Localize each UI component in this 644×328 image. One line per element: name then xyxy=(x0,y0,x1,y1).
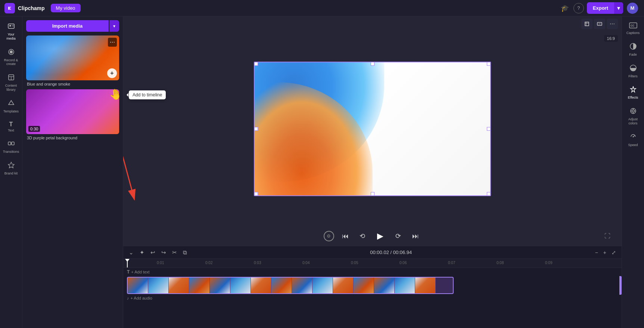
media-add-button-smoke[interactable]: + xyxy=(107,68,117,78)
track-frame-7 xyxy=(251,278,271,293)
project-name-button[interactable]: My video xyxy=(51,4,81,12)
svg-marker-10 xyxy=(9,100,14,105)
canvas-handle-mt[interactable] xyxy=(371,62,374,66)
sidebar-label-brand: Brand kit xyxy=(4,171,18,176)
effects-icon xyxy=(629,86,637,95)
right-sidebar-item-filters[interactable]: Filters xyxy=(623,61,643,81)
skip-forward-button[interactable]: ⏭ xyxy=(410,230,421,242)
track-frame-11 xyxy=(333,278,354,293)
export-button[interactable]: Export xyxy=(587,3,614,13)
sidebar-label-content: Content library xyxy=(3,84,19,92)
canvas-handle-mr[interactable] xyxy=(487,127,491,131)
ruler-mark-8: 0:08 xyxy=(497,261,504,265)
import-media-button[interactable]: Import media xyxy=(26,20,109,32)
preview-controls: ⚙ ⏮ ⟲ ▶ ⟳ ⏭ ⛶ xyxy=(123,226,622,246)
export-dropdown-button[interactable]: ▾ xyxy=(614,2,623,14)
settings-control-button[interactable]: ⚙ xyxy=(324,231,334,241)
left-sidebar: Your media Record & create Content libra… xyxy=(0,16,22,328)
collapse-timeline-button[interactable]: ⌄ xyxy=(127,248,136,257)
fullscreen-button[interactable]: ⛶ xyxy=(604,233,610,239)
redo-button[interactable]: ↪ xyxy=(159,248,168,257)
media-more-button-smoke[interactable]: ⋯ xyxy=(108,38,117,47)
captions-icon: CC xyxy=(629,22,637,30)
magic-tool-button[interactable]: ✦ xyxy=(138,248,146,257)
media-grid: ⋯ + Blue and orange smoke 0:30 3D purple… xyxy=(26,35,119,140)
app-icon xyxy=(4,3,15,13)
media-panel: Import media ▾ ⋯ + Blue and orange smoke… xyxy=(22,16,123,328)
media-label-smoke: Blue and orange smoke xyxy=(26,82,119,86)
skip-back-button[interactable]: ⏮ xyxy=(339,230,351,242)
filters-label: Filters xyxy=(628,74,638,78)
media-item-smoke[interactable]: ⋯ + Blue and orange smoke xyxy=(26,35,119,86)
preview-area: ⋯ 16:9 xyxy=(123,16,622,246)
zoom-in-button[interactable]: + xyxy=(601,248,608,257)
sidebar-item-transitions[interactable]: Transitions xyxy=(1,137,21,157)
track-frame-5 xyxy=(210,278,230,293)
canvas-handle-mb[interactable] xyxy=(371,192,374,196)
user-avatar[interactable]: M xyxy=(627,3,638,14)
transitions-icon xyxy=(7,140,15,149)
right-sidebar-item-adjust-colors[interactable]: Adjust colors xyxy=(623,104,643,129)
ruler-mark-4: 0:04 xyxy=(302,261,309,265)
track-frame-4 xyxy=(189,278,210,293)
app-name: Clipchamp xyxy=(18,5,45,11)
canvas-handle-tl[interactable] xyxy=(254,62,258,66)
text-icon: T xyxy=(9,121,13,128)
add-to-timeline-tooltip: Add to timeline xyxy=(129,90,166,99)
sidebar-item-brand-kit[interactable]: Brand kit xyxy=(1,158,21,179)
import-button-row: Import media ▾ xyxy=(26,20,119,32)
add-audio-label[interactable]: + Add audio xyxy=(131,296,152,300)
track-frame-6 xyxy=(230,278,251,293)
rewind-button[interactable]: ⟲ xyxy=(357,230,368,242)
right-sidebar-item-fade[interactable]: Fade xyxy=(623,40,643,60)
sidebar-item-record-create[interactable]: Record & create xyxy=(1,45,21,69)
canvas-handle-bl[interactable] xyxy=(254,192,258,196)
forward-button[interactable]: ⟳ xyxy=(392,230,404,242)
sidebar-item-content-library[interactable]: Content library xyxy=(1,71,21,95)
duplicate-button[interactable]: ⧉ xyxy=(181,248,189,257)
add-text-label[interactable]: + Add text xyxy=(131,270,149,274)
track-frame-12 xyxy=(354,278,374,293)
add-text-row: T + Add text xyxy=(123,268,622,276)
more-tool-button[interactable]: ⋯ xyxy=(607,19,618,29)
svg-rect-2 xyxy=(9,25,11,27)
undo-button[interactable]: ↩ xyxy=(149,248,157,257)
timeline-toolbar: ⌄ ✦ ↩ ↪ ✂ ⧉ 00:00.02 / 00:06.94 − + ⤢ xyxy=(123,246,622,259)
sidebar-item-text[interactable]: T Text xyxy=(1,118,21,136)
fit-timeline-button[interactable]: ⤢ xyxy=(610,248,618,257)
speed-icon xyxy=(629,133,637,142)
track-frame-9 xyxy=(292,278,312,293)
zoom-out-button[interactable]: − xyxy=(593,248,600,257)
video-track-row xyxy=(123,276,622,295)
crop-tool-button[interactable] xyxy=(581,19,592,29)
smoke-background xyxy=(255,62,490,195)
timeline-timecode: 00:00.02 / 00:06.94 xyxy=(191,250,591,255)
ruler-mark-9: 0:09 xyxy=(545,261,552,265)
fit-tool-button[interactable] xyxy=(594,19,605,29)
app-logo: Clipchamp xyxy=(4,3,45,13)
track-frame-1 xyxy=(128,278,148,293)
media-item-purple[interactable]: 0:30 3D purple petal background xyxy=(26,89,119,140)
import-dropdown-button[interactable]: ▾ xyxy=(109,20,119,32)
right-sidebar-item-captions[interactable]: CC Captions xyxy=(623,19,643,38)
media-thumb-purple: 0:30 xyxy=(26,89,119,134)
right-sidebar: CC Captions Fade Filters xyxy=(622,16,644,328)
right-sidebar-item-effects[interactable]: Effects xyxy=(623,83,643,103)
sidebar-item-your-media[interactable]: Your media xyxy=(1,19,21,44)
sidebar-label-text: Text xyxy=(8,129,14,133)
play-button[interactable]: ▶ xyxy=(374,229,387,243)
canvas-handle-ml[interactable] xyxy=(254,127,258,131)
ruler-mark-1: 0:01 xyxy=(157,261,164,265)
cut-button[interactable]: ✂ xyxy=(170,248,179,257)
sidebar-item-templates[interactable]: Templates xyxy=(1,96,21,117)
sidebar-label-your-media: Your media xyxy=(3,33,19,41)
captions-label: Captions xyxy=(626,31,640,35)
canvas-handle-tr[interactable] xyxy=(487,62,491,66)
canvas-handle-br[interactable] xyxy=(487,192,491,196)
ruler-mark-2: 0:02 xyxy=(205,261,212,265)
help-button[interactable]: ? xyxy=(573,3,584,13)
add-audio-row: ♪ + Add audio xyxy=(123,295,622,301)
effects-label: Effects xyxy=(628,96,638,100)
timeline-playhead[interactable] xyxy=(127,259,128,267)
right-sidebar-item-speed[interactable]: Speed xyxy=(623,130,643,150)
